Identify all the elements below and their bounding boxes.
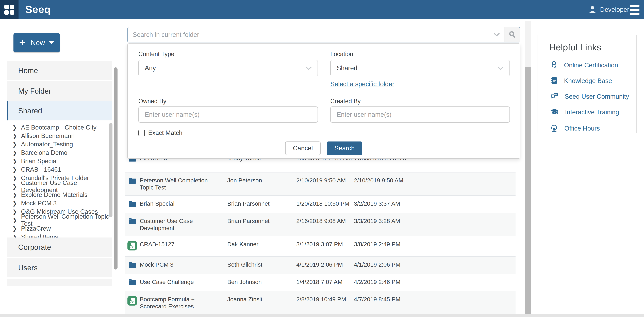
- table-row[interactable]: Bootcamp Formula + Scorecard Exercises J…: [124, 291, 516, 314]
- item-updated-date: 3/3/2019 3:28 AM: [354, 217, 516, 224]
- sidebar-item-corporate[interactable]: Corporate: [7, 237, 112, 257]
- tree-item-label: Brian Special: [21, 158, 58, 165]
- content-type-select[interactable]: Any: [138, 60, 318, 76]
- shared-folder-tree: ❯AE Bootcamp - Choice City ❯Allison Buen…: [7, 123, 109, 240]
- sidebar-scrollbar-thumb[interactable]: [114, 67, 118, 269]
- sidebar-item-shared[interactable]: Shared: [7, 101, 112, 120]
- item-owner: Brian Parsonnet: [227, 217, 296, 224]
- chevron-down-icon: [498, 65, 504, 72]
- link-label: Seeq User Community: [565, 93, 629, 100]
- chevron-right-icon: ❯: [12, 150, 17, 155]
- sidebar: + New Home My Folder Shared ❯AE Bootcamp…: [0, 19, 118, 314]
- caret-down-icon: [49, 41, 54, 44]
- tree-item-label: PizzaCrew: [21, 225, 51, 232]
- table-row[interactable]: Brian Special Brian Parsonnet 1/20/2018 …: [124, 195, 516, 213]
- knowledge-book-icon: [550, 77, 558, 85]
- search-icon: [508, 31, 516, 39]
- tree-item-label: Barcelona Demo: [21, 149, 68, 156]
- analysis-icon: [128, 241, 137, 252]
- item-name: Bootcamp Formula + Scorecard Exercises: [140, 296, 227, 310]
- analysis-icon: [128, 296, 137, 307]
- new-button[interactable]: + New: [14, 33, 60, 52]
- item-updated-date: 4/2/2019 2:46 PM: [354, 278, 516, 285]
- table-row[interactable]: Customer Use Case Development Brian Pars…: [124, 213, 516, 236]
- tree-item[interactable]: ❯AE Bootcamp - Choice City: [7, 123, 109, 132]
- search-options-chevron-down-icon[interactable]: [489, 33, 504, 37]
- search-button[interactable]: Search: [327, 142, 362, 155]
- link-knowledge-base[interactable]: Knowledge Base: [550, 77, 612, 85]
- main-scrollbar-thumb[interactable]: [525, 67, 531, 314]
- sidebar-item-home[interactable]: Home: [7, 61, 112, 80]
- checkbox-icon: [138, 130, 145, 136]
- item-owner: Joanna Zinsli: [227, 296, 296, 303]
- helpful-links-card: Helpful Links Online Certification Knowl…: [537, 35, 637, 133]
- tree-item-label: CRAB - 16461: [21, 166, 61, 173]
- helpful-links-title: Helpful Links: [549, 42, 601, 52]
- link-label: Interactive Training: [565, 109, 619, 116]
- item-name: Customer Use Case Development: [140, 217, 227, 232]
- tree-item[interactable]: ❯Mock PCM 3: [7, 199, 109, 207]
- chevron-right-icon: ❯: [12, 226, 17, 231]
- link-interactive-training[interactable]: Interactive Training: [550, 108, 619, 116]
- item-owner: Seth Gilchrist: [227, 261, 296, 268]
- folder-search-bar: [127, 27, 520, 43]
- folder-icon: [128, 177, 136, 185]
- select-specific-folder-link[interactable]: Select a specific folder: [330, 81, 394, 88]
- tree-scrollbar-thumb[interactable]: [109, 123, 112, 217]
- link-label: Online Certification: [564, 62, 618, 69]
- tree-item[interactable]: ❯Brian Special: [7, 157, 109, 165]
- owned-by-input[interactable]: [138, 106, 318, 123]
- app-switcher-button[interactable]: [0, 0, 18, 19]
- tree-item[interactable]: ❯CRAB - 16461: [7, 165, 109, 174]
- certification-ribbon-icon: [550, 61, 558, 70]
- hamburger-menu-icon[interactable]: [630, 5, 640, 15]
- tree-item[interactable]: ❯Peterson Well Completion Topic Test: [7, 216, 109, 224]
- tree-item[interactable]: ❯Allison Buenemann: [7, 132, 109, 140]
- owned-by-label: Owned By: [138, 98, 166, 105]
- link-online-certification[interactable]: Online Certification: [550, 61, 618, 70]
- chevron-right-icon: ❯: [12, 184, 17, 189]
- created-by-input[interactable]: [330, 106, 510, 123]
- item-name: Mock PCM 3: [140, 261, 227, 268]
- chevron-right-icon: ❯: [12, 209, 17, 214]
- chevron-right-icon: ❯: [12, 142, 17, 147]
- table-row[interactable]: Use Case Challenge Ben Johnson 1/4/2018 …: [124, 274, 516, 291]
- tree-item-label: AE Bootcamp - Choice City: [21, 124, 96, 131]
- item-updated-date: 4/7/2019 8:45 PM: [354, 296, 516, 303]
- chevron-right-icon: ❯: [12, 167, 17, 172]
- advanced-search-panel: Content Type Any Location Shared Select …: [127, 44, 520, 159]
- location-select[interactable]: Shared: [330, 60, 510, 76]
- tree-item[interactable]: ❯Customer Use Case Development: [7, 182, 109, 191]
- folder-contents-table: PizzaCrew Teddy Turnitt 10/24/2018 11:51…: [124, 150, 516, 314]
- table-row[interactable]: Mock PCM 3 Seth Gilchrist 4/1/2019 2:06 …: [124, 256, 516, 274]
- search-input[interactable]: [128, 31, 489, 38]
- item-created-date: 3/1/2019 3:07 PM: [296, 241, 354, 248]
- content-type-value: Any: [145, 65, 306, 72]
- tree-item[interactable]: ❯Barcelona Demo: [7, 149, 109, 157]
- chevron-right-icon: ❯: [12, 175, 17, 181]
- chevron-right-icon: ❯: [12, 192, 17, 198]
- item-updated-date: 3/8/2019 2:49 PM: [354, 241, 516, 248]
- chevron-right-icon: ❯: [12, 217, 17, 223]
- item-name: CRAB-15127: [140, 241, 227, 248]
- chevron-right-icon: ❯: [12, 133, 17, 139]
- table-row[interactable]: Peterson Well Completion Topic Test Jon …: [124, 172, 516, 195]
- sidebar-item-my-folder[interactable]: My Folder: [7, 81, 112, 101]
- horizontal-scrollbar-track[interactable]: [0, 314, 644, 317]
- table-row[interactable]: CRAB-15127 Dak Kanner 3/1/2019 3:07 PM 3…: [124, 236, 516, 256]
- tree-item-label: Automator_Testing: [21, 141, 73, 148]
- search-submit-button[interactable]: [504, 27, 520, 42]
- item-created-date: 1/4/2018 7:07 AM: [296, 278, 354, 285]
- tree-item[interactable]: ❯Automator_Testing: [7, 140, 109, 149]
- link-seeq-user-community[interactable]: Seeq User Community: [550, 93, 629, 101]
- item-created-date: 4/1/2019 2:06 PM: [296, 261, 354, 268]
- sidebar-stub-item: [7, 279, 112, 286]
- cancel-button[interactable]: Cancel: [285, 142, 320, 155]
- folder-icon: [128, 200, 136, 208]
- link-office-hours[interactable]: Office Hours: [550, 124, 600, 133]
- sidebar-item-users[interactable]: Users: [7, 258, 112, 277]
- folder-icon: [128, 218, 136, 226]
- exact-match-checkbox[interactable]: Exact Match: [138, 129, 182, 136]
- headset-icon: [550, 124, 558, 133]
- user-menu[interactable]: Developer: [588, 0, 629, 19]
